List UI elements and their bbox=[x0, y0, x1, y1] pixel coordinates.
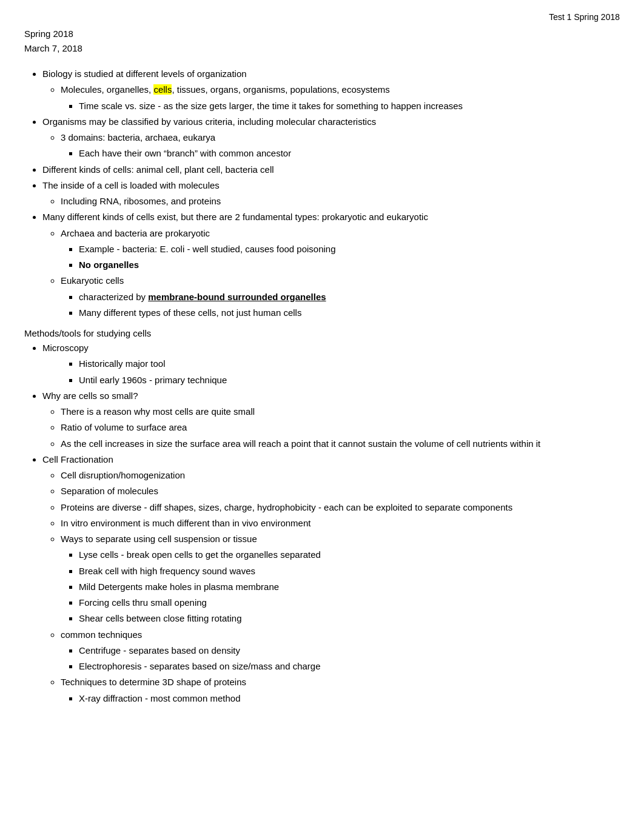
sub6-text: common techniques bbox=[61, 629, 142, 640]
main-list: Biology is studied at different levels o… bbox=[42, 67, 620, 320]
list-item: Cell disruption/homogenization bbox=[61, 468, 620, 482]
list-item: There is a reason why most cells are qui… bbox=[61, 404, 620, 418]
list-item: No organelles bbox=[79, 258, 620, 272]
list-item: Example - bacteria: E. coli - well studi… bbox=[79, 242, 620, 256]
bullet1-text: Biology is studied at different levels o… bbox=[42, 69, 247, 79]
list-item: Shear cells between close fitting rotati… bbox=[79, 611, 620, 625]
sub-sub-list: X-ray diffraction - most common method bbox=[79, 691, 620, 705]
bullet8-text: Cell Fractionation bbox=[42, 454, 113, 464]
list-item: common techniques Centrifuge - separates… bbox=[61, 628, 620, 674]
list-item: Microscopy Historically major tool Until… bbox=[42, 341, 620, 387]
list-item: Time scale vs. size - as the size gets l… bbox=[79, 99, 620, 113]
list-item: Many different kinds of cells exist, but… bbox=[42, 210, 620, 320]
sub-sub-list: Centrifuge - separates based on density … bbox=[79, 643, 620, 674]
no-organelles: No organelles bbox=[79, 260, 139, 270]
list-item: 3 domains: bacteria, archaea, eukarya Ea… bbox=[61, 130, 620, 161]
list-item: Electrophoresis - separates based on siz… bbox=[79, 659, 620, 673]
list-item: Archaea and bacteria are prokaryotic Exa… bbox=[61, 226, 620, 272]
sub-list: Molecules, organelles, cells, tissues, o… bbox=[61, 82, 620, 113]
sub-list: Archaea and bacteria are prokaryotic Exa… bbox=[61, 226, 620, 320]
list-item: Eukaryotic cells characterized by membra… bbox=[61, 273, 620, 320]
bullet6-text: Microscopy bbox=[42, 343, 89, 353]
highlight-cells: cells bbox=[153, 84, 172, 95]
date-line1: Spring 2018 bbox=[24, 27, 620, 41]
bullet2-text: Organisms may be classified by various c… bbox=[42, 116, 376, 127]
list-item: Including RNA, ribosomes, and proteins bbox=[61, 194, 620, 208]
methods-list: Microscopy Historically major tool Until… bbox=[42, 341, 620, 705]
list-item: Different kinds of cells: animal cell, p… bbox=[42, 163, 620, 176]
top-right-label: Test 1 Spring 2018 bbox=[24, 12, 620, 22]
list-item: characterized by membrane-bound surround… bbox=[79, 290, 620, 304]
sub-sub-list: Example - bacteria: E. coli - well studi… bbox=[79, 242, 620, 272]
list-item: Ratio of volume to surface area bbox=[61, 420, 620, 434]
bullet2-sub1-text: 3 domains: bacteria, archaea, eukarya bbox=[61, 132, 215, 143]
sub5-text: Ways to separate using cell suspension o… bbox=[61, 534, 257, 544]
list-item: Separation of molecules bbox=[61, 484, 620, 498]
char-pre: characterized by bbox=[79, 292, 148, 302]
bullet4-text: The inside of a cell is loaded with mole… bbox=[42, 180, 220, 190]
list-item: In vitro environment is much different t… bbox=[61, 516, 620, 530]
list-item: Historically major tool bbox=[79, 357, 620, 371]
date-block: Spring 2018 March 7, 2018 bbox=[24, 27, 620, 56]
sub-sub-list: Time scale vs. size - as the size gets l… bbox=[79, 99, 620, 113]
list-item: Centrifuge - separates based on density bbox=[79, 643, 620, 657]
sub-sub-list: Lyse cells - break open cells to get the… bbox=[79, 548, 620, 625]
methods-heading: Methods/tools for studying cells bbox=[24, 328, 620, 338]
list-item: Mild Detergents make holes in plasma mem… bbox=[79, 580, 620, 594]
list-item: The inside of a cell is loaded with mole… bbox=[42, 178, 620, 209]
list-item: Why are cells so small? There is a reaso… bbox=[42, 389, 620, 451]
list-item: Many different types of these cells, not… bbox=[79, 306, 620, 320]
list-item: Lyse cells - break open cells to get the… bbox=[79, 548, 620, 562]
list-item: Break cell with high frequency sound wav… bbox=[79, 564, 620, 578]
list-item: Biology is studied at different levels o… bbox=[42, 67, 620, 113]
sub-sub-list: Each have their own “branch” with common… bbox=[79, 146, 620, 160]
list-item: Cell Fractionation Cell disruption/homog… bbox=[42, 452, 620, 705]
list-item: Techniques to determine 3D shape of prot… bbox=[61, 675, 620, 705]
bullet5-sub2-text: Eukaryotic cells bbox=[61, 275, 124, 286]
bullet1-sub1-post: , tissues, organs, organisms, population… bbox=[172, 84, 389, 95]
sub-sub-list: characterized by membrane-bound surround… bbox=[79, 290, 620, 320]
sub-list: Including RNA, ribosomes, and proteins bbox=[61, 194, 620, 208]
bullet1-sub1-pre: Molecules, organelles, bbox=[61, 84, 153, 95]
sub-list: 3 domains: bacteria, archaea, eukarya Ea… bbox=[61, 130, 620, 161]
sub-list: Cell disruption/homogenization Separatio… bbox=[61, 468, 620, 705]
bullet5-sub1-text: Archaea and bacteria are prokaryotic bbox=[61, 228, 210, 238]
bullet7-text: Why are cells so small? bbox=[42, 391, 138, 401]
list-item: Molecules, organelles, cells, tissues, o… bbox=[61, 82, 620, 113]
membrane-bound: membrane-bound surrounded organelles bbox=[148, 292, 326, 302]
list-item: Organisms may be classified by various c… bbox=[42, 115, 620, 161]
list-item: Until early 1960s - primary technique bbox=[79, 373, 620, 387]
list-item: Proteins are diverse - diff shapes, size… bbox=[61, 500, 620, 514]
list-item: As the cell increases in size the surfac… bbox=[61, 437, 620, 451]
list-item: Forcing cells thru small opening bbox=[79, 595, 620, 609]
sub-list: There is a reason why most cells are qui… bbox=[61, 404, 620, 451]
sub7-text: Techniques to determine 3D shape of prot… bbox=[61, 677, 246, 687]
list-item: X-ray diffraction - most common method bbox=[79, 691, 620, 705]
list-item: Each have their own “branch” with common… bbox=[79, 146, 620, 160]
list-item: Ways to separate using cell suspension o… bbox=[61, 532, 620, 626]
bullet5-text: Many different kinds of cells exist, but… bbox=[42, 212, 428, 222]
date-line2: March 7, 2018 bbox=[24, 41, 620, 56]
sub-list: Historically major tool Until early 1960… bbox=[79, 357, 620, 387]
